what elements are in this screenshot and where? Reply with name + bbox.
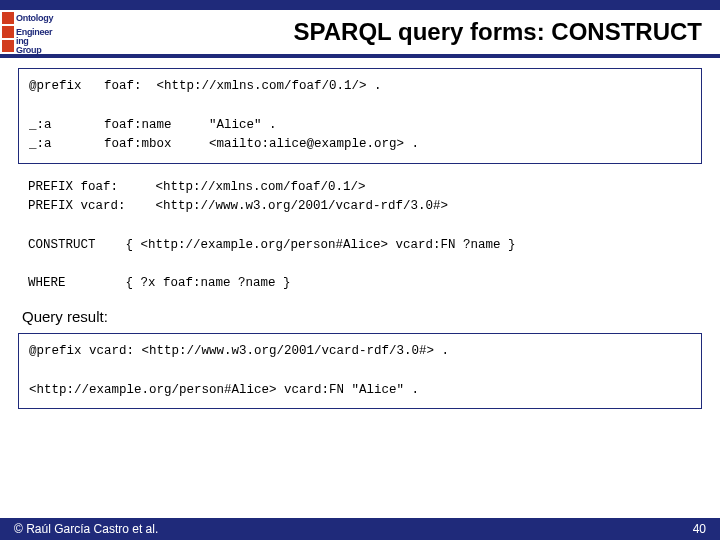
page-number: 40	[693, 522, 706, 536]
logo-row-1: Ontology	[2, 11, 56, 25]
slide-title: SPARQL query forms: CONSTRUCT	[56, 18, 720, 46]
logo-square-icon	[2, 26, 14, 38]
oeg-logo: Ontology Engineer ing Group	[2, 9, 56, 55]
content-area: @prefix foaf: <http://xmlns.com/foaf/0.1…	[18, 68, 702, 510]
title-bar: Ontology Engineer ing Group SPARQL query…	[0, 10, 720, 58]
result-data-box: @prefix vcard: <http://www.w3.org/2001/v…	[18, 333, 702, 409]
sparql-query-code: PREFIX foaf: <http://xmlns.com/foaf/0.1/…	[18, 178, 702, 294]
top-stripe	[0, 0, 720, 10]
rdf-data-box: @prefix foaf: <http://xmlns.com/foaf/0.1…	[18, 68, 702, 164]
footer-bar: © Raúl García Castro et al. 40	[0, 518, 720, 540]
logo-row-3: ing Group	[2, 39, 56, 53]
slide: Ontology Engineer ing Group SPARQL query…	[0, 0, 720, 540]
copyright-text: © Raúl García Castro et al.	[14, 522, 158, 536]
query-result-label: Query result:	[22, 308, 702, 325]
logo-square-icon	[2, 12, 14, 24]
logo-text-3: ing Group	[16, 37, 56, 55]
logo-square-icon	[2, 40, 14, 52]
logo-text-1: Ontology	[16, 14, 53, 23]
